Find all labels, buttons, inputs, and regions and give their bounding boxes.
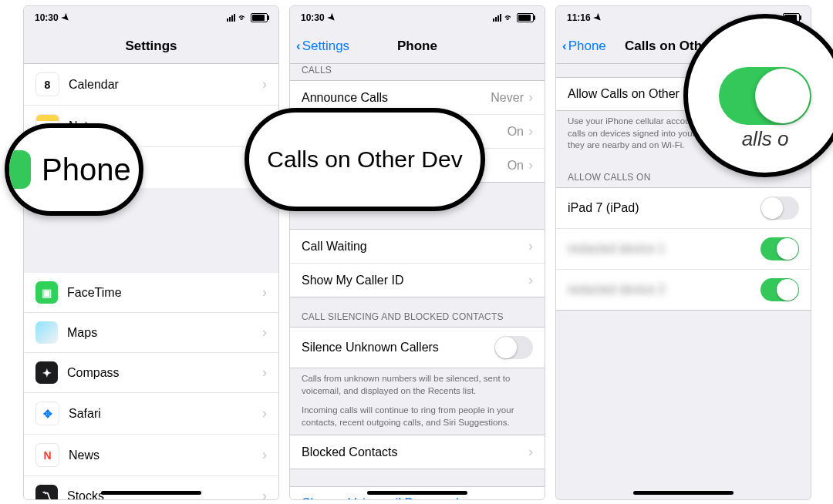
row-call-waiting[interactable]: Call Waiting › (290, 229, 545, 263)
row-label: News (69, 449, 99, 462)
chevron-right-icon: › (528, 89, 533, 105)
news-icon: N (35, 443, 59, 467)
row-detail: On (508, 125, 524, 138)
location-icon: ➤ (325, 12, 338, 25)
settings-list-screen: 10:30 ➤ ᯤ Settings 8Calendar › Notes › d… (23, 5, 279, 500)
row-label: Silence Unknown Callers (302, 341, 439, 354)
magnifier-phone: Phone (5, 123, 143, 216)
row-label: Call Waiting (302, 240, 367, 254)
status-time: 10:30 (35, 12, 59, 23)
calendar-icon: 8 (35, 72, 59, 96)
settings-row-stocks[interactable]: 〽Stocks › (24, 475, 278, 499)
maps-icon (35, 321, 58, 344)
chevron-right-icon: › (528, 272, 533, 288)
section-header-silencing: CALL SILENCING AND BLOCKED CONTACTS (290, 297, 545, 327)
location-icon: ➤ (59, 12, 72, 25)
home-indicator[interactable] (633, 491, 734, 495)
status-bar: 10:30 ➤ ᯤ (24, 6, 278, 29)
magnified-text: Calls on Other Dev (267, 146, 462, 173)
home-indicator[interactable] (367, 491, 467, 495)
row-caller-id[interactable]: Show My Caller ID › (290, 263, 545, 297)
settings-row-calendar[interactable]: 8Calendar › (24, 63, 278, 105)
row-device-1[interactable]: redacted device 1 (556, 228, 811, 269)
settings-row-safari[interactable]: ✥Safari › (24, 392, 278, 434)
magnified-undertext: alls o (688, 127, 833, 151)
row-label: redacted device 2 (568, 283, 665, 297)
stocks-icon: 〽 (35, 485, 58, 499)
row-label: Maps (67, 326, 97, 340)
nav-bar: Settings (24, 29, 278, 64)
cell-signal-icon (227, 14, 235, 22)
row-label: Change Voicemail Password (302, 496, 459, 499)
facetime-icon: ▣ (35, 281, 58, 304)
cell-signal-icon (493, 14, 501, 22)
safari-icon: ✥ (35, 402, 59, 425)
switch-device-1[interactable] (760, 237, 799, 260)
row-silence-unknown[interactable]: Silence Unknown Callers (290, 327, 545, 368)
chevron-right-icon: › (528, 444, 533, 460)
row-label: redacted device 1 (568, 242, 665, 256)
row-label: Announce Calls (302, 91, 388, 105)
footer-silence1: Calls from unknown numbers will be silen… (290, 368, 545, 403)
home-indicator[interactable] (101, 491, 201, 495)
chevron-right-icon: › (528, 157, 533, 173)
settings-row-maps[interactable]: Maps › (24, 312, 278, 352)
footer-silence2: Incoming calls will continue to ring fro… (290, 403, 545, 435)
row-detail: On (508, 159, 524, 172)
row-label: Compass (67, 366, 120, 380)
magnified-text: Phone (42, 153, 131, 187)
chevron-right-icon: › (262, 365, 267, 381)
chevron-right-icon: › (262, 488, 267, 499)
compass-icon: ✦ (35, 361, 58, 384)
battery-icon (517, 13, 534, 22)
chevron-right-icon: › (262, 76, 267, 92)
page-title: Phone (290, 29, 545, 63)
row-label: Calendar (69, 78, 119, 92)
status-bar: 10:30 ➤ ᯤ (290, 6, 545, 29)
section-header-calls: CALLS (290, 63, 545, 80)
wifi-icon: ᯤ (504, 12, 514, 23)
switch-device-2[interactable] (760, 278, 799, 301)
row-label: Show My Caller ID (302, 274, 403, 287)
chevron-right-icon: › (262, 284, 267, 301)
row-label: iPad 7 (iPad) (568, 201, 639, 215)
row-label: Blocked Contacts (302, 445, 398, 459)
switch-allow-calls-magnified[interactable] (719, 67, 811, 125)
row-label: Stocks (67, 489, 104, 500)
row-label: FaceTime (67, 286, 122, 300)
phone-settings-screen: 10:30 ➤ ᯤ ‹ Settings Phone CALLS Announc… (289, 5, 545, 500)
settings-row-facetime[interactable]: ▣FaceTime › (24, 273, 278, 312)
status-time: 11:16 (567, 12, 591, 23)
status-time: 10:30 (301, 12, 325, 23)
chevron-right-icon: › (262, 405, 267, 422)
chevron-right-icon: › (528, 238, 533, 254)
chevron-right-icon: › (528, 123, 533, 139)
wifi-icon: ᯤ (238, 12, 248, 23)
chevron-right-icon: › (262, 447, 267, 463)
switch-silence-unknown[interactable] (494, 336, 533, 359)
phone-icon (5, 150, 31, 189)
settings-row-compass[interactable]: ✦Compass › (24, 352, 278, 392)
row-blocked-contacts[interactable]: Blocked Contacts › (290, 435, 545, 469)
battery-icon (251, 13, 268, 22)
chevron-right-icon: › (262, 324, 267, 341)
nav-bar: ‹ Settings Phone (290, 29, 545, 64)
settings-row-news[interactable]: NNews › (24, 434, 278, 475)
row-device-2[interactable]: redacted device 2 (556, 269, 811, 311)
row-detail: Never (491, 91, 524, 104)
row-device-0[interactable]: iPad 7 (iPad) (556, 187, 811, 228)
row-label: Safari (69, 407, 101, 421)
location-icon: ➤ (591, 12, 604, 25)
switch-device-0[interactable] (760, 197, 799, 220)
magnifier-calls-other: Calls on Other Dev (245, 108, 485, 211)
page-title: Settings (24, 29, 278, 63)
